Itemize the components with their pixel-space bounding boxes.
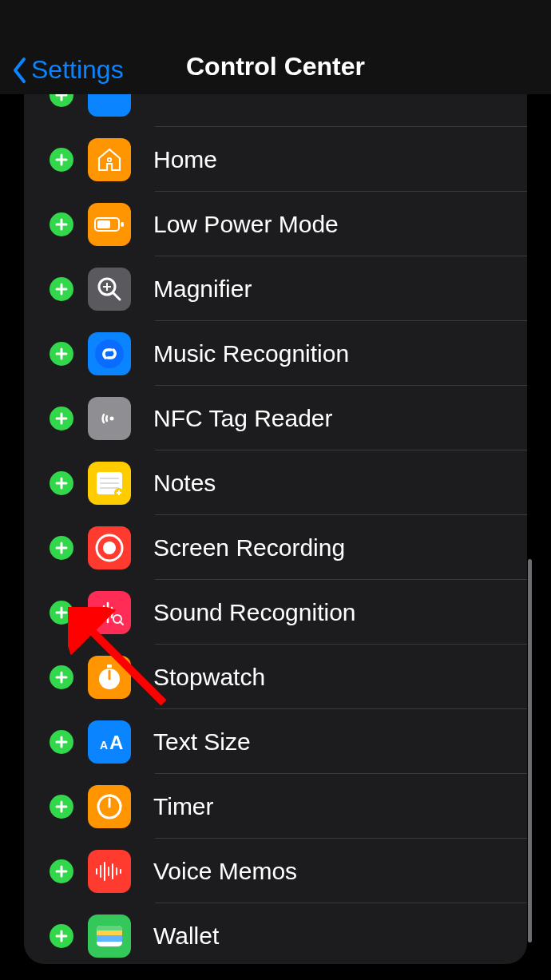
controls-list: HomeLow Power ModeMagnifierMusic Recogni… <box>24 94 527 964</box>
add-button[interactable] <box>50 601 73 625</box>
list-item-nfc-tag-reader: NFC Tag Reader <box>24 386 527 450</box>
back-button[interactable]: Settings <box>12 55 124 85</box>
add-button[interactable] <box>50 94 73 107</box>
list-item-low-power-mode: Low Power Mode <box>24 192 527 256</box>
nfc-tag-reader-icon <box>88 397 131 440</box>
svg-point-18 <box>95 339 124 368</box>
item-label: Notes <box>153 470 216 497</box>
list-item-text-size: AAText Size <box>24 709 527 774</box>
stopwatch-icon <box>88 656 131 699</box>
add-button[interactable] <box>50 536 73 560</box>
svg-text:A: A <box>109 732 123 753</box>
screen-recording-icon <box>88 526 131 569</box>
partial-icon <box>88 94 131 117</box>
svg-line-42 <box>120 621 123 625</box>
add-button[interactable] <box>50 148 73 172</box>
item-label: Magnifier <box>153 276 252 303</box>
item-label: Voice Memos <box>153 858 297 885</box>
list-item-notes: Notes <box>24 450 527 515</box>
svg-point-21 <box>110 416 114 420</box>
back-label: Settings <box>31 55 124 85</box>
list-item-stopwatch: Stopwatch <box>24 645 527 709</box>
list-item-home: Home <box>24 127 527 192</box>
music-recognition-icon <box>88 332 131 375</box>
low-power-mode-icon <box>88 203 131 246</box>
add-button[interactable] <box>50 212 73 236</box>
svg-point-4 <box>108 157 111 161</box>
nav-header: Settings Control Center <box>0 0 551 94</box>
add-button[interactable] <box>50 342 73 366</box>
notes-icon <box>88 462 131 505</box>
item-label: Screen Recording <box>153 534 345 561</box>
item-label: Home <box>153 146 217 173</box>
svg-point-34 <box>103 542 116 554</box>
item-label: NFC Tag Reader <box>153 405 333 432</box>
voice-memos-icon <box>88 850 131 893</box>
svg-rect-9 <box>121 222 124 227</box>
magnifier-icon <box>88 268 131 311</box>
wallet-icon <box>88 915 131 958</box>
add-button[interactable] <box>50 407 73 430</box>
item-label: Sound Recognition <box>153 599 356 626</box>
text-size-icon: AA <box>88 720 131 764</box>
add-button[interactable] <box>50 471 73 495</box>
timer-icon <box>88 785 131 828</box>
list-item-partial <box>24 94 527 127</box>
item-label: Music Recognition <box>153 340 349 367</box>
sound-recognition-icon <box>88 591 131 634</box>
item-label: Low Power Mode <box>153 211 339 238</box>
list-item-magnifier: Magnifier <box>24 256 527 321</box>
add-button[interactable] <box>50 730 73 754</box>
svg-rect-8 <box>97 220 110 228</box>
list-item-sound-recognition: Sound Recognition <box>24 580 527 645</box>
svg-line-13 <box>113 292 120 300</box>
add-button[interactable] <box>50 859 73 883</box>
home-icon <box>88 138 131 181</box>
svg-rect-46 <box>107 665 112 668</box>
list-item-wallet: Wallet <box>24 903 527 964</box>
svg-rect-70 <box>97 935 122 942</box>
list-item-screen-recording: Screen Recording <box>24 515 527 580</box>
item-label: Text Size <box>153 728 251 756</box>
scrollbar[interactable] <box>528 559 532 942</box>
list-item-timer: Timer <box>24 774 527 839</box>
add-button[interactable] <box>50 277 73 301</box>
add-button[interactable] <box>50 795 73 819</box>
item-label: Stopwatch <box>153 664 265 691</box>
svg-text:A: A <box>100 739 108 752</box>
list-item-music-recognition: Music Recognition <box>24 321 527 386</box>
content-panel: HomeLow Power ModeMagnifierMusic Recogni… <box>24 94 527 964</box>
add-button[interactable] <box>50 924 73 948</box>
chevron-left-icon <box>12 57 28 84</box>
list-item-voice-memos: Voice Memos <box>24 839 527 903</box>
item-label: Wallet <box>153 922 219 950</box>
item-label: Timer <box>153 793 214 820</box>
add-button[interactable] <box>50 665 73 689</box>
